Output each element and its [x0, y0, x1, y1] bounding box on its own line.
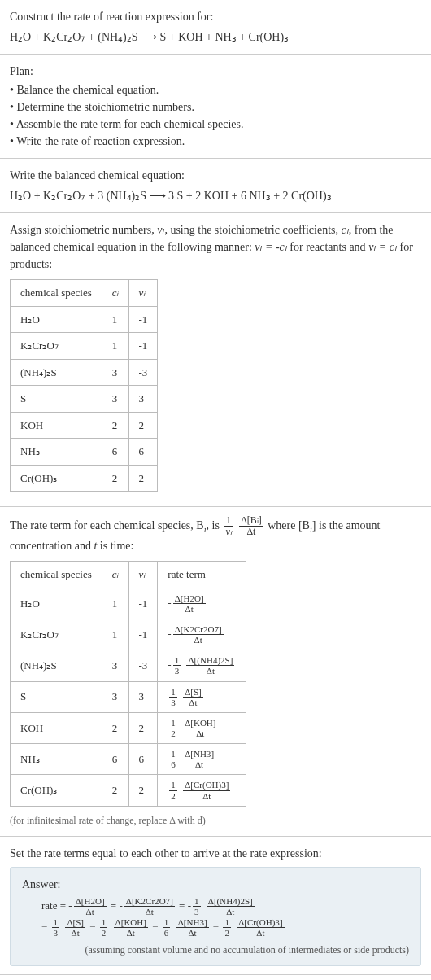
fraction: 16 — [163, 917, 171, 938]
table-row: NH₃66 — [11, 439, 158, 466]
fraction: Δ[Bᵢ]Δt — [239, 515, 263, 537]
plan-item: • Assemble the rate term for each chemic… — [10, 116, 421, 133]
final-intro: Set the rate terms equal to each other t… — [10, 845, 421, 862]
fraction: 13 — [52, 917, 60, 938]
table-row: (NH₄)₂S3-3 — [11, 359, 158, 386]
fraction: 12 — [100, 917, 108, 938]
col-species: chemical species — [11, 562, 102, 588]
final-section: Set the rate terms equal to each other t… — [0, 837, 431, 975]
fraction: Δ[H2O]Δt — [173, 593, 206, 614]
fraction: Δ[S]Δt — [65, 917, 85, 938]
fraction: Δ[Cr(OH)3]Δt — [237, 917, 284, 938]
plan-title: Plan: — [10, 63, 421, 80]
table-row: Cr(OH)₃2212 Δ[Cr(OH)3]Δt — [11, 775, 246, 806]
stoich-intro: Assign stoichiometric numbers, νᵢ, using… — [10, 221, 421, 273]
fraction: 16 — [169, 749, 177, 769]
fraction: Δ[KOH]Δt — [183, 718, 217, 738]
balanced-section: Write the balanced chemical equation: H₂… — [0, 159, 431, 213]
table-row: S3313 Δ[S]Δt — [11, 681, 246, 712]
balanced-title: Write the balanced chemical equation: — [10, 167, 421, 184]
fraction: 1νᵢ — [224, 515, 233, 537]
table-header-row: chemical species cᵢ νᵢ — [11, 280, 158, 307]
col-ci: cᵢ — [102, 562, 128, 588]
rateterm-intro: The rate term for each chemical species,… — [10, 515, 421, 554]
fraction: Δ[Cr(OH)3]Δt — [183, 780, 230, 800]
table-row: K₂Cr₂O₇1-1 — [11, 333, 158, 360]
fraction: Δ[K2Cr2O7]Δt — [173, 624, 224, 645]
col-species: chemical species — [11, 280, 102, 307]
table-row: KOH2212 Δ[KOH]Δt — [11, 712, 246, 743]
fraction: 12 — [169, 718, 177, 738]
rateterm-table: chemical species cᵢ νᵢ rate term H₂O1-1-… — [10, 561, 246, 806]
table-row: Cr(OH)₃22 — [11, 465, 158, 492]
plan-item: • Balance the chemical equation. — [10, 81, 421, 98]
table-row: H₂O1-1 — [11, 306, 158, 333]
fraction: Δ[H2O]Δt — [74, 896, 107, 917]
table-header-row: chemical species cᵢ νᵢ rate term — [11, 562, 246, 588]
table-row: NH₃6616 Δ[NH3]Δt — [11, 744, 246, 775]
fraction: Δ[S]Δt — [183, 687, 203, 707]
fraction: 12 — [223, 917, 231, 938]
col-nui: νᵢ — [128, 280, 158, 307]
prompt-title: Construct the rate of reaction expressio… — [10, 8, 421, 25]
plan-section: Plan: • Balance the chemical equation. •… — [0, 55, 431, 159]
fraction: 13 — [193, 896, 201, 917]
answer-note: (assuming constant volume and no accumul… — [22, 943, 409, 957]
plan-item: • Write the rate of reaction expression. — [10, 133, 421, 150]
answer-expression: rate = -Δ[H2O]Δt = -Δ[K2Cr2O7]Δt = -13 Δ… — [22, 896, 409, 938]
fraction: Δ[(NH4)2S]Δt — [186, 655, 234, 676]
fraction: Δ[KOH]Δt — [114, 917, 148, 938]
col-nui: νᵢ — [128, 562, 158, 588]
fraction: Δ[K2Cr2O7]Δt — [124, 896, 175, 917]
rateterm-note: (for infinitesimal rate of change, repla… — [10, 813, 421, 828]
rateterm-section: The rate term for each chemical species,… — [0, 507, 431, 837]
fraction: Δ[NH3]Δt — [176, 917, 209, 938]
table-row: KOH22 — [11, 412, 158, 439]
table-row: S33 — [11, 386, 158, 413]
col-rate: rate term — [158, 562, 246, 588]
stoich-section: Assign stoichiometric numbers, νᵢ, using… — [0, 213, 431, 507]
col-ci: cᵢ — [102, 280, 128, 307]
answer-box: Answer: rate = -Δ[H2O]Δt = -Δ[K2Cr2O7]Δt… — [10, 867, 421, 966]
prompt-section: Construct the rate of reaction expressio… — [0, 0, 431, 55]
table-row: H₂O1-1-Δ[H2O]Δt — [11, 588, 246, 619]
fraction: Δ[(NH4)2S]Δt — [207, 896, 255, 917]
stoich-table: chemical species cᵢ νᵢ H₂O1-1 K₂Cr₂O₇1-1… — [10, 279, 158, 492]
fraction: 13 — [169, 687, 177, 707]
table-row: (NH₄)₂S3-3-13 Δ[(NH4)2S]Δt — [11, 650, 246, 681]
prompt-equation: H₂O + K₂Cr₂O₇ + (NH₄)₂S ⟶ S + KOH + NH₃ … — [10, 28, 421, 46]
table-row: K₂Cr₂O₇1-1-Δ[K2Cr2O7]Δt — [11, 619, 246, 650]
fraction: 13 — [173, 655, 181, 676]
plan-item: • Determine the stoichiometric numbers. — [10, 98, 421, 116]
fraction: Δ[NH3]Δt — [183, 749, 216, 769]
balanced-equation: H₂O + K₂Cr₂O₇ + 3 (NH₄)₂S ⟶ 3 S + 2 KOH … — [10, 187, 421, 204]
fraction: 12 — [169, 780, 177, 800]
answer-label: Answer: — [22, 876, 409, 893]
